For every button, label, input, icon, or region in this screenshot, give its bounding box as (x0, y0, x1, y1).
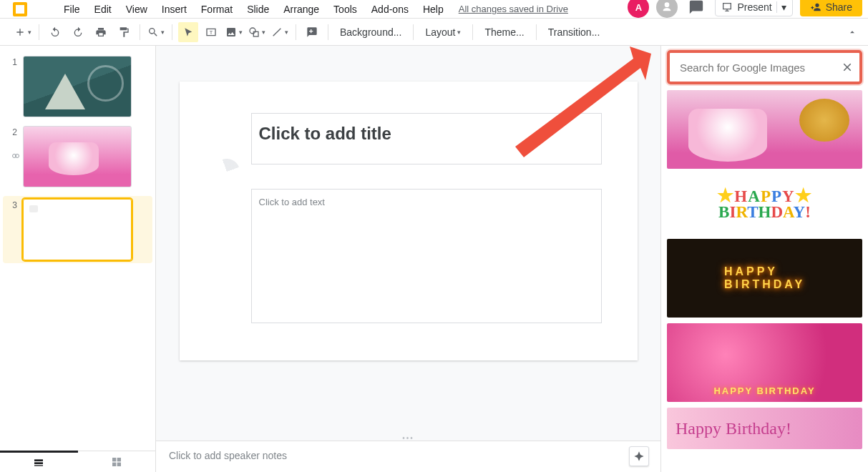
menu-format[interactable]: Format (195, 1, 239, 18)
collapse-toolbar-button[interactable] (842, 22, 862, 42)
separator (296, 24, 296, 40)
menu-file[interactable]: File (57, 1, 87, 18)
textbox-icon: T (205, 26, 217, 38)
image-result[interactable]: Happy Birthday! (667, 408, 862, 449)
drive-save-status[interactable]: All changes saved in Drive (459, 4, 568, 14)
slides-logo-icon[interactable] (13, 2, 27, 16)
slide-thumbnail[interactable] (23, 126, 132, 187)
image-result[interactable] (667, 239, 862, 318)
speaker-notes-placeholder: Click to add speaker notes (169, 450, 287, 461)
line-button[interactable]: ▾ (270, 22, 290, 42)
menu-tools[interactable]: Tools (327, 1, 364, 18)
filmstrip-view-button[interactable] (0, 451, 78, 472)
insert-comment-button[interactable] (302, 22, 322, 42)
menu-slide[interactable]: Slide (240, 1, 275, 18)
present-dropdown[interactable]: ▾ (776, 1, 786, 13)
slide-filmstrip: 1 2 3 (0, 46, 156, 472)
slide-thumb-2[interactable]: 2 (7, 126, 148, 187)
menu-bar: File Edit View Insert Format Slide Arran… (0, 0, 868, 19)
slide-number: 1 (7, 56, 17, 117)
separator (172, 24, 172, 40)
transition-icon (11, 152, 20, 160)
chevron-up-icon (847, 27, 857, 37)
slide-body-placeholder[interactable]: Click to add text (251, 189, 602, 323)
image-search-box[interactable] (667, 50, 862, 84)
chevron-down-icon: ▾ (239, 29, 243, 36)
plus-icon (14, 26, 26, 38)
menu-arrange[interactable]: Arrange (277, 1, 326, 18)
transition-button[interactable]: Transition... (542, 22, 606, 42)
undo-icon (49, 26, 61, 38)
line-icon (271, 26, 283, 38)
zoom-icon (147, 26, 159, 38)
select-tool[interactable] (178, 22, 198, 42)
filmstrip-view-icon (33, 457, 44, 468)
undo-button[interactable] (45, 22, 65, 42)
close-icon (841, 61, 854, 74)
svg-rect-7 (34, 465, 43, 466)
toolbar: ▾ ▾ T ▾ ▾ ▾ Background... Layout▾ Theme.… (0, 19, 868, 46)
present-label: Present (737, 1, 771, 13)
separator (413, 24, 414, 40)
explore-button[interactable] (629, 446, 649, 466)
chevron-down-icon: ▾ (28, 29, 31, 36)
background-button[interactable]: Background... (334, 22, 407, 42)
theme-button[interactable]: Theme... (479, 22, 530, 42)
insert-image-button[interactable]: ▾ (224, 22, 244, 42)
slide-decoration-icon (210, 155, 243, 188)
view-switcher (0, 451, 155, 472)
image-icon (225, 26, 237, 38)
separator (472, 24, 473, 40)
shape-button[interactable]: ▾ (247, 22, 267, 42)
shape-icon (248, 26, 260, 38)
zoom-button[interactable]: ▾ (146, 22, 166, 42)
grid-view-icon (111, 456, 122, 468)
user-avatar[interactable]: A (628, 0, 649, 18)
menu-help[interactable]: Help (416, 1, 450, 18)
chevron-down-icon: ▾ (161, 29, 165, 36)
slide-title-placeholder[interactable]: Click to add title (251, 113, 602, 164)
comments-button[interactable] (685, 0, 708, 19)
cursor-icon (183, 27, 193, 37)
share-label: Share (826, 1, 852, 13)
comment-icon (688, 0, 704, 15)
image-search-input[interactable] (680, 62, 841, 74)
clear-search-button[interactable] (841, 61, 854, 74)
svg-text:T: T (210, 29, 213, 35)
speaker-notes[interactable]: Click to add speaker notes (156, 441, 660, 472)
paint-roller-icon (118, 26, 130, 38)
textbox-button[interactable]: T (201, 22, 221, 42)
share-button[interactable]: Share (800, 0, 862, 16)
person-add-icon (810, 1, 821, 13)
redo-button[interactable] (68, 22, 88, 42)
menu-addons[interactable]: Add-ons (365, 1, 415, 18)
menu-insert[interactable]: Insert (155, 1, 193, 18)
paint-format-button[interactable] (114, 22, 134, 42)
layout-button[interactable]: Layout▾ (419, 22, 467, 42)
slide-thumb-3[interactable]: 3 (3, 196, 152, 263)
explore-icon (633, 451, 645, 462)
slide-thumbnail[interactable] (23, 56, 132, 117)
anon-avatar[interactable] (656, 0, 678, 18)
print-button[interactable] (91, 22, 111, 42)
image-result[interactable] (667, 90, 862, 169)
svg-rect-10 (112, 462, 116, 466)
menu-view[interactable]: View (120, 1, 154, 18)
redo-icon (72, 26, 84, 38)
slide-canvas-scroll[interactable]: Click to add title Click to add text (156, 46, 660, 435)
separator (536, 24, 537, 40)
image-search-panel: ★HAPPY★ BIRTHDAY! Happy Birthday! (660, 46, 868, 472)
svg-rect-2 (253, 31, 258, 36)
image-result[interactable]: ★HAPPY★ BIRTHDAY! (667, 174, 862, 233)
slide-thumb-1[interactable]: 1 (7, 56, 148, 117)
present-button[interactable]: Present ▾ (715, 0, 792, 16)
separator (39, 24, 39, 40)
image-result[interactable] (667, 323, 862, 402)
svg-rect-9 (117, 458, 120, 461)
new-slide-button[interactable]: ▾ (13, 22, 33, 42)
menu-edit[interactable]: Edit (88, 1, 118, 18)
slide-thumbnail[interactable] (23, 199, 132, 260)
grid-view-button[interactable] (78, 451, 156, 472)
notes-resize-handle[interactable]: ••• (156, 435, 660, 441)
active-slide[interactable]: Click to add title Click to add text (180, 82, 638, 360)
